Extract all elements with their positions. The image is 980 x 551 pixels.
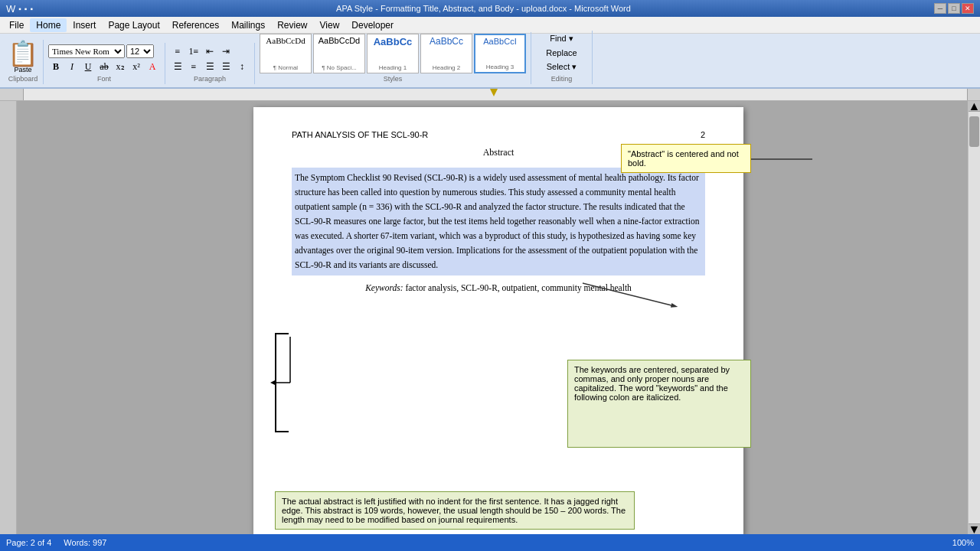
page-header: PATH ANALYSIS OF THE SCL-90-R 2 xyxy=(292,130,705,139)
bullets-button[interactable]: ≡ xyxy=(170,44,185,58)
line-spacing-button[interactable]: ↕ xyxy=(234,60,250,73)
underline-button[interactable]: U xyxy=(80,60,96,73)
menu-bar: File Home Insert Page Layout References … xyxy=(0,17,980,34)
style-heading1[interactable]: AaBbCc Heading 1 xyxy=(367,34,419,73)
title-bar: W ▪ ▪ ▪ APA Style - Formatting Title, Ab… xyxy=(0,0,980,17)
menu-mailings[interactable]: Mailings xyxy=(225,18,271,32)
superscript-button[interactable]: x² xyxy=(129,60,144,73)
find-button[interactable]: Find ▾ xyxy=(543,32,580,45)
svg-marker-5 xyxy=(270,380,275,385)
paragraph-label: Paragraph xyxy=(194,75,226,83)
abstract-body[interactable]: The Symptom Checklist 90 Revised (SCL-90… xyxy=(292,168,705,276)
menu-review[interactable]: Review xyxy=(271,18,313,32)
replace-button[interactable]: Replace xyxy=(543,47,580,59)
window-title: APA Style - Formatting Title, Abstract, … xyxy=(33,4,934,13)
clipboard-label: Clipboard xyxy=(8,75,38,83)
justify-button[interactable]: ☰ xyxy=(218,60,234,73)
menu-references[interactable]: References xyxy=(166,18,225,32)
clipboard-group: 📋 Paste Clipboard xyxy=(3,40,44,84)
font-selector[interactable]: Times New Rom xyxy=(48,44,125,58)
menu-file[interactable]: File xyxy=(3,18,30,32)
left-margin xyxy=(0,101,17,534)
menu-view[interactable]: View xyxy=(314,18,346,32)
scroll-down-button[interactable]: ▼ xyxy=(969,523,980,534)
menu-insert[interactable]: Insert xyxy=(67,18,102,32)
font-group: Times New Rom 12 B I U ab x₂ x² A Font xyxy=(44,43,165,84)
bracket-arrow xyxy=(275,337,298,413)
style-normal[interactable]: AaBbCcDd ¶ Normal xyxy=(260,34,312,73)
status-right: 100% xyxy=(952,538,974,547)
scroll-up-button[interactable]: ▲ xyxy=(969,101,980,112)
align-center-button[interactable]: ≡ xyxy=(186,60,201,73)
ruler xyxy=(0,89,980,101)
editing-group: Find ▾ Replace Select ▾ Editing xyxy=(531,31,593,84)
font-size-selector[interactable]: 12 xyxy=(126,44,154,58)
document-area[interactable]: PATH ANALYSIS OF THE SCL-90-R 2 Abstract xyxy=(17,101,980,534)
align-left-button[interactable]: ☰ xyxy=(170,60,185,73)
callout-bottom: The actual abstract is left justified wi… xyxy=(275,491,635,530)
align-right-button[interactable]: ☰ xyxy=(202,60,217,73)
scroll-thumb[interactable] xyxy=(969,116,979,147)
keywords-text: factor analysis, SCL-90-R, outpatient, c… xyxy=(405,283,631,292)
subscript-button[interactable]: x₂ xyxy=(113,60,128,73)
paste-button[interactable]: 📋 Paste xyxy=(8,41,38,73)
page-number: 2 xyxy=(701,130,705,139)
styles-label: Styles xyxy=(384,75,403,83)
menu-page-layout[interactable]: Page Layout xyxy=(102,18,165,32)
minimize-button[interactable]: ─ xyxy=(934,3,946,14)
strikethrough-button[interactable]: ab xyxy=(96,60,112,73)
numbering-button[interactable]: 1≡ xyxy=(186,44,201,58)
callout-keywords: The keywords are centered, separated by … xyxy=(567,360,751,448)
close-button[interactable]: ✕ xyxy=(962,3,974,14)
vertical-scrollbar[interactable]: ▲ ▼ xyxy=(968,101,980,534)
indent-right-button[interactable]: ⇥ xyxy=(218,44,234,58)
menu-developer[interactable]: Developer xyxy=(345,18,400,32)
indent-left-button[interactable]: ⇤ xyxy=(202,44,217,58)
callout-abstract: "Abstract" is centered and not bold. xyxy=(621,144,751,173)
style-no-spacing[interactable]: AaBbCcDd ¶ No Spaci... xyxy=(313,34,365,73)
status-bar: Page: 2 of 4 Words: 997 100% xyxy=(0,534,980,551)
select-button[interactable]: Select ▾ xyxy=(543,60,580,73)
ribbon: 📋 Paste Clipboard Times New Rom 12 B xyxy=(0,34,980,89)
keywords-label: Keywords: xyxy=(365,283,403,292)
running-head: PATH ANALYSIS OF THE SCL-90-R xyxy=(292,130,428,139)
italic-button[interactable]: I xyxy=(64,60,80,73)
bold-button[interactable]: B xyxy=(48,60,64,73)
word-count: Words: 997 xyxy=(64,538,106,547)
font-color-button[interactable]: A xyxy=(145,60,160,73)
styles-group: AaBbCcDd ¶ Normal AaBbCcDd ¶ No Spaci...… xyxy=(255,32,531,84)
editing-label: Editing xyxy=(551,75,573,83)
page: PATH ANALYSIS OF THE SCL-90-R 2 Abstract xyxy=(253,107,743,534)
paragraph-group: ≡ 1≡ ⇤ ⇥ ☰ ≡ ☰ ☰ ↕ Paragraph xyxy=(165,43,255,84)
style-heading3[interactable]: AaBbCcI Heading 3 xyxy=(474,34,526,73)
font-label: Font xyxy=(97,75,111,83)
zoom-level: 100% xyxy=(952,538,974,547)
style-heading2[interactable]: AaBbCc Heading 2 xyxy=(420,34,472,73)
content-area: PATH ANALYSIS OF THE SCL-90-R 2 Abstract xyxy=(0,101,980,534)
window-controls[interactable]: ─ □ ✕ xyxy=(934,3,974,14)
menu-home[interactable]: Home xyxy=(30,18,67,32)
keywords-line: Keywords: factor analysis, SCL-90-R, out… xyxy=(292,283,705,292)
page-status: Page: 2 of 4 xyxy=(6,538,51,547)
maximize-button[interactable]: □ xyxy=(948,3,960,14)
